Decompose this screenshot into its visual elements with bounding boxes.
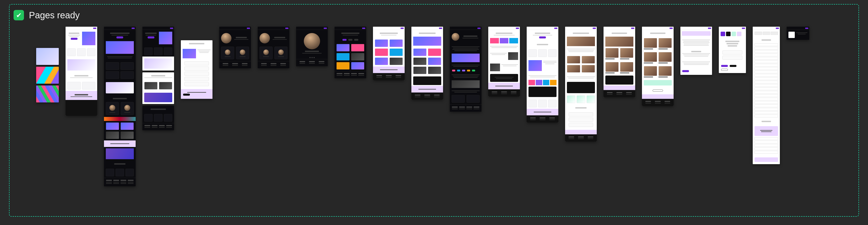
artboard-component-sheet[interactable] [753,27,780,164]
artboard-assets-stack[interactable] [36,48,59,103]
artboard-about-light[interactable] [680,27,712,75]
artboard-pricing-light-b[interactable] [527,27,558,122]
check-icon: ✔ [13,10,24,20]
artboard-work-dark[interactable] [335,27,366,78]
artboard-blog-light[interactable] [411,27,443,100]
artboard-work-light[interactable] [373,27,405,80]
figma-canvas[interactable]: ✔ Pages ready [0,0,868,225]
artboard-team-dark-a[interactable] [219,27,251,68]
artboard-team-dark-b[interactable] [258,27,289,68]
artboard-columns [36,27,809,186]
artboard-small-card[interactable] [786,27,809,40]
artboard-styleguide[interactable] [719,27,746,73]
artboard-profile-hero[interactable] [296,27,328,66]
group-header: ✔ Pages ready [13,10,80,20]
artboard-journal-a[interactable] [565,27,597,142]
artboard-casestudy-dark[interactable] [450,27,482,112]
artboard-isometric-mixed[interactable] [143,27,174,130]
artboard-pricing-light-a[interactable] [488,27,520,96]
group-title: Pages ready [29,10,80,20]
artboard-journal-c[interactable] [642,27,674,106]
artboard-landing-white[interactable] [66,27,97,116]
artboard-landing-dark-xl[interactable] [104,27,135,186]
artboard-features-light[interactable] [181,40,213,99]
artboard-journal-b[interactable] [603,27,635,97]
